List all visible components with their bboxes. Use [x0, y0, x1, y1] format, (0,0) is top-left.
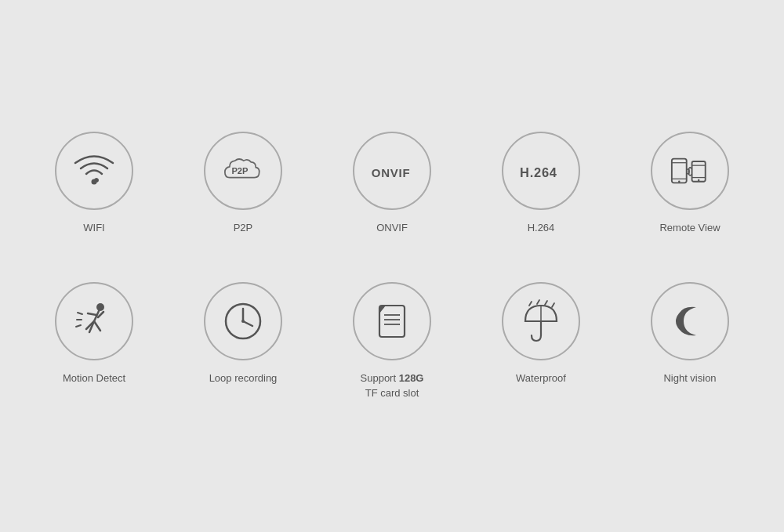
feature-wifi: WIFI	[43, 132, 145, 235]
night-vision-icon	[666, 298, 713, 345]
onvif-icon-circle: ONVIF	[353, 132, 431, 210]
feature-night-vision: Night vision	[639, 282, 741, 385]
feature-remote-view: Remote View	[639, 132, 741, 235]
remote-view-icon-circle	[651, 132, 729, 210]
feature-loop-recording: Loop recording	[192, 282, 294, 385]
svg-line-24	[552, 303, 554, 307]
p2p-icon-circle: P2P	[204, 132, 282, 210]
svg-line-22	[537, 300, 539, 304]
svg-text:H.264: H.264	[520, 165, 557, 179]
h264-icon: H.264	[517, 147, 564, 194]
h264-icon-circle: H.264	[502, 132, 580, 210]
waterproof-icon	[517, 298, 564, 345]
feature-p2p: P2P P2P	[192, 132, 294, 235]
features-grid: WIFI P2P P2P ONVIF ONVIF	[0, 0, 784, 532]
waterproof-label: Waterproof	[516, 371, 566, 385]
svg-line-15	[243, 321, 252, 326]
svg-point-16	[241, 320, 245, 323]
remote-view-label: Remote View	[659, 221, 720, 235]
feature-row-1: WIFI P2P P2P ONVIF ONVIF	[43, 132, 741, 235]
tf-card-icon	[368, 298, 416, 345]
h264-label: H.264	[528, 221, 555, 235]
wifi-icon-circle	[55, 132, 133, 210]
tf-card-label: Support 128GTF card slot	[361, 371, 424, 400]
feature-h264: H.264 H.264	[490, 132, 592, 235]
feature-row-2: Motion Detect Loop recording	[43, 282, 741, 400]
night-vision-label: Night vision	[663, 371, 716, 385]
remote-view-icon	[666, 147, 713, 194]
onvif-label: ONVIF	[376, 221, 408, 235]
svg-point-12	[96, 303, 104, 311]
svg-text:P2P: P2P	[231, 167, 249, 176]
svg-rect-8	[692, 161, 706, 182]
svg-rect-17	[379, 306, 405, 337]
svg-point-11	[698, 179, 700, 182]
loop-recording-icon	[220, 298, 267, 345]
feature-tf-card: Support 128GTF card slot	[341, 282, 443, 400]
motion-detect-icon	[71, 298, 118, 345]
svg-line-21	[529, 302, 532, 306]
p2p-icon: P2P	[220, 147, 267, 194]
motion-detect-icon-circle	[55, 282, 133, 360]
p2p-label: P2P	[234, 221, 253, 235]
svg-line-23	[545, 301, 547, 305]
waterproof-icon-circle	[502, 282, 580, 360]
feature-waterproof: Waterproof	[490, 282, 592, 385]
wifi-label: WIFI	[83, 221, 104, 235]
svg-point-0	[92, 179, 97, 185]
wifi-icon	[71, 147, 118, 194]
loop-recording-icon-circle	[204, 282, 282, 360]
tf-card-icon-circle	[353, 282, 431, 360]
svg-text:ONVIF: ONVIF	[372, 166, 411, 179]
svg-point-7	[678, 181, 681, 183]
onvif-icon: ONVIF	[368, 147, 416, 194]
night-vision-icon-circle	[651, 282, 729, 360]
motion-detect-label: Motion Detect	[63, 371, 125, 385]
loop-recording-label: Loop recording	[209, 371, 278, 385]
feature-motion-detect: Motion Detect	[43, 282, 145, 385]
feature-onvif: ONVIF ONVIF	[341, 132, 443, 235]
